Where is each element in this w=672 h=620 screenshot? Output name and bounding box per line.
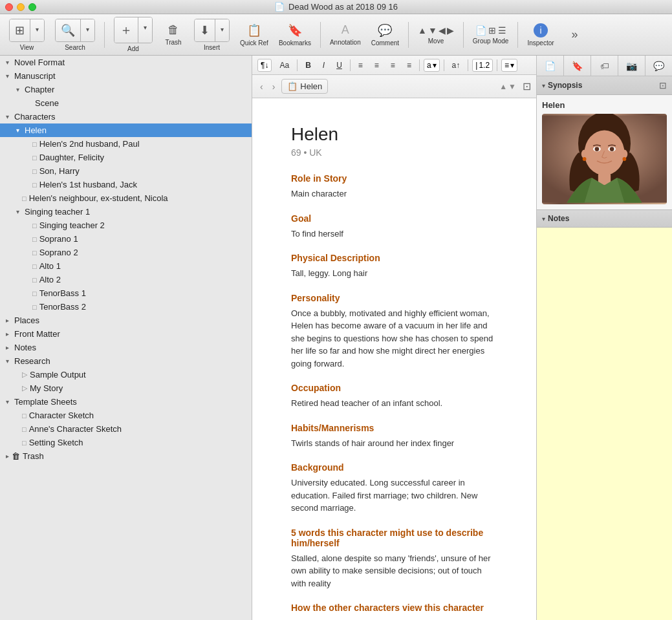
inspector-panel: 📄 🔖 🏷 📷 💬 ▾ Synopsis ⊡ Helen	[536, 56, 672, 620]
list-dropdown[interactable]: ≡ ▾	[501, 59, 517, 72]
nav-forward-arrow[interactable]: ›	[270, 80, 278, 93]
search-icon[interactable]: 🔍	[56, 19, 81, 41]
insp-tab-bookmark[interactable]: 🔖	[564, 56, 591, 76]
insp-tab-photo[interactable]: 📷	[618, 56, 645, 76]
sidebar-item-annecharacter[interactable]: □Anne's Character Sketch	[0, 422, 252, 436]
sidebar-item-helen1st[interactable]: □Helen's 1st husband, Jack	[0, 178, 252, 191]
annotation-button[interactable]: A Annotation	[326, 21, 365, 48]
insp-tab-doc[interactable]: 📄	[537, 56, 564, 76]
insert-dropdown-icon[interactable]: ▾	[215, 19, 229, 41]
sidebar-item-singing1[interactable]: Singing teacher 1	[0, 205, 252, 219]
underline-btn[interactable]: U	[332, 59, 346, 71]
view-icon[interactable]: ⊞	[10, 19, 30, 41]
insert-button[interactable]: ⬇ ▾ Insert	[190, 16, 233, 54]
quickref-button[interactable]: 📋 Quick Ref	[236, 21, 272, 49]
sidebar-item-trash[interactable]: 🗑Trash	[0, 449, 252, 463]
toolbar-sep-4	[463, 22, 464, 48]
text-indent-btn[interactable]: a↑	[448, 59, 464, 71]
sidebar-item-research[interactable]: Research	[0, 354, 252, 368]
move-button[interactable]: ▲ ▼ ◀ ▶ Move	[414, 23, 458, 47]
maximize-button[interactable]	[28, 3, 36, 11]
minimize-button[interactable]	[17, 3, 25, 11]
notes-header[interactable]: ▾ Notes	[537, 209, 672, 228]
more-button[interactable]: »	[561, 25, 589, 44]
insp-tab-label[interactable]: 🏷	[591, 56, 618, 76]
sidebar-item-notes[interactable]: Notes	[0, 341, 252, 354]
section-text-fivewords[interactable]: Stalled, alone despite so many 'friends'…	[291, 552, 497, 590]
sidebar-icon-tenorbass1: □	[32, 290, 37, 297]
section-text-background[interactable]: University educated. Long successful car…	[291, 476, 497, 515]
doc-nav-down-icon[interactable]: ▼	[508, 82, 516, 91]
sidebar-item-settingsketch[interactable]: □Setting Sketch	[0, 436, 252, 449]
sidebar-item-chapter[interactable]: Chapter	[0, 83, 252, 96]
search-dropdown-icon[interactable]: ▾	[81, 19, 94, 41]
align-right-btn[interactable]: ≡	[387, 59, 399, 71]
section-text-habits[interactable]: Twirls stands of hair around her index f…	[291, 437, 497, 450]
doc-content[interactable]: Helen 69 • UK Role in StoryMain characte…	[252, 98, 536, 620]
nav-back-arrow[interactable]: ‹	[257, 80, 266, 93]
comment-button[interactable]: 💬 Comment	[367, 21, 403, 49]
notes-section: ▾ Notes	[537, 209, 672, 620]
split-view-btn[interactable]: ⊡	[523, 80, 531, 92]
add-button[interactable]: ＋ ▾ Add	[110, 14, 157, 55]
sidebar-item-mystory[interactable]: ▷My Story	[0, 381, 252, 395]
section-heading-goal: Goal	[291, 213, 497, 224]
view-button[interactable]: ⊞ ▾ View	[5, 16, 49, 54]
insert-icon[interactable]: ⬇	[195, 19, 215, 41]
close-button[interactable]	[5, 3, 13, 11]
sidebar-item-alto2[interactable]: □Alto 2	[0, 273, 252, 286]
group-mode-button[interactable]: 📄 ⊞ ☰ Group Mode	[469, 23, 513, 47]
sidebar-item-scene[interactable]: Scene	[0, 96, 252, 110]
section-text-others_view[interactable]: Lucky; so clever; a role model; generous…	[291, 617, 497, 620]
sidebar-item-son[interactable]: □Son, Harry	[0, 164, 252, 178]
doc-title-chip[interactable]: 📋 Helen	[281, 79, 328, 94]
sidebar-item-tenorbass2[interactable]: □TenorBass 2	[0, 300, 252, 314]
bookmarks-button[interactable]: 🔖 Bookmarks	[275, 21, 315, 49]
bold-btn[interactable]: B	[301, 59, 315, 71]
paragraph-style-dropdown[interactable]: ¶↓	[257, 59, 272, 72]
line-spacing-dropdown[interactable]: | 1.2	[472, 59, 493, 72]
sidebar-item-helen[interactable]: Helen	[0, 123, 252, 137]
synopsis-header[interactable]: ▾ Synopsis ⊡	[537, 76, 672, 95]
align-justify-btn[interactable]: ≡	[403, 59, 415, 71]
add-icon[interactable]: ＋	[114, 17, 138, 43]
inspector-button[interactable]: i Inspector	[523, 21, 558, 49]
font-size-btn[interactable]: Aa	[276, 59, 293, 71]
section-text-role[interactable]: Main character	[291, 187, 497, 200]
section-text-occupation[interactable]: Retired head teacher of an infant school…	[291, 397, 497, 410]
sidebar-item-alto1[interactable]: □Alto 1	[0, 259, 252, 273]
section-heading-role: Role in Story	[291, 173, 497, 184]
italic-btn[interactable]: I	[319, 59, 329, 71]
sidebar-item-frontmatter[interactable]: Front Matter	[0, 327, 252, 341]
sidebar-item-neighbour[interactable]: □Helen's neighbour, ex-student, Nicola	[0, 191, 252, 205]
view-dropdown-icon[interactable]: ▾	[30, 19, 44, 41]
sidebar-item-soprano1[interactable]: □Soprano 1	[0, 232, 252, 246]
sidebar-item-characters[interactable]: Characters	[0, 110, 252, 123]
section-text-personality[interactable]: Once a bubbly, motivated and highly effi…	[291, 307, 497, 370]
sidebar-item-tenorbass1[interactable]: □TenorBass 1	[0, 286, 252, 300]
insp-tab-comment[interactable]: 💬	[645, 56, 672, 76]
sidebar-item-manuscript[interactable]: Manuscript	[0, 69, 252, 83]
style-dropdown[interactable]: a ▾	[424, 59, 440, 72]
notes-content[interactable]	[537, 228, 672, 620]
section-text-physical[interactable]: Tall, leggy. Long hair	[291, 267, 497, 280]
sidebar-item-charactersketch[interactable]: □Character Sketch	[0, 409, 252, 422]
align-left-btn[interactable]: ≡	[354, 59, 367, 71]
sidebar-item-sampleoutput[interactable]: ▷Sample Output	[0, 368, 252, 381]
trash-button[interactable]: 🗑 Trash	[159, 21, 188, 48]
synopsis-expand-icon[interactable]: ⊡	[659, 80, 667, 91]
section-text-goal[interactable]: To find herself	[291, 228, 497, 241]
sidebar-item-singing2[interactable]: □Singing teacher 2	[0, 219, 252, 232]
sidebar-icon-charactersketch: □	[22, 412, 27, 420]
add-dropdown-icon[interactable]: ▾	[138, 17, 152, 43]
sidebar-item-templatesheets[interactable]: Template Sheets	[0, 395, 252, 409]
sidebar-item-novel-format[interactable]: Novel Format	[0, 56, 252, 69]
sidebar-item-soprano2[interactable]: □Soprano 2	[0, 246, 252, 259]
sidebar-item-places[interactable]: Places	[0, 314, 252, 327]
doc-nav-up-icon[interactable]: ▲	[499, 82, 507, 91]
sidebar-item-daughter[interactable]: □Daughter, Felicity	[0, 151, 252, 164]
notes-title-label: Notes	[548, 214, 667, 223]
align-center-btn[interactable]: ≡	[371, 59, 383, 71]
search-button[interactable]: 🔍 ▾ Search	[51, 16, 99, 54]
sidebar-item-helen2nd[interactable]: □Helen's 2nd husband, Paul	[0, 137, 252, 151]
